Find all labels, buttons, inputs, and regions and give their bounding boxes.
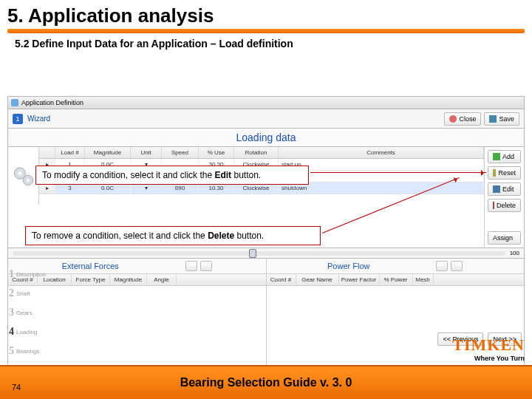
plus-icon: [493, 153, 500, 160]
wizard-step-label: Wizard: [27, 115, 50, 123]
callout-edit: To modify a condition, select it and cli…: [35, 166, 309, 185]
slider-value: 100: [510, 250, 519, 256]
app-icon: [11, 99, 18, 106]
table-header: Load #MagnitudeUnitSpeed% UseRotationCom…: [39, 147, 484, 159]
reset-button[interactable]: Reset: [488, 166, 521, 180]
power-flow-header: Coord #Gear NamePower Factor% PowerMesh: [267, 274, 525, 286]
close-icon: [449, 115, 457, 123]
slider-thumb[interactable]: [249, 249, 256, 258]
power-flow-title: Power Flow: [267, 259, 525, 274]
timken-wordmark: TIMKEN: [452, 335, 525, 355]
mini-button[interactable]: [200, 261, 212, 271]
svg-point-3: [26, 179, 29, 182]
pencil-icon: [493, 185, 500, 193]
brand-logo: TIMKEN Where You Turn: [452, 335, 525, 362]
assign-button[interactable]: Assign: [488, 231, 521, 245]
reset-icon: [493, 169, 496, 177]
footer-title: Bearing Selection Guide v. 3. 0: [180, 376, 352, 389]
save-icon: [489, 115, 497, 123]
svg-point-1: [18, 171, 21, 175]
close-label: Close: [459, 115, 476, 123]
window-title-text: Application Definition: [21, 99, 83, 106]
mini-button[interactable]: [436, 261, 448, 271]
arrow-edit: [310, 172, 486, 173]
external-forces-header: Coord #LocationForce TypeMagnitudeAngle: [8, 274, 266, 286]
callout-delete: To remove a condition, select it and cli…: [25, 226, 321, 245]
panel-title-loading: Loading data: [7, 129, 525, 147]
trash-icon: [493, 202, 494, 209]
close-button[interactable]: Close: [444, 112, 481, 126]
slider-track[interactable]: [13, 251, 505, 256]
mini-button[interactable]: [451, 261, 463, 271]
table-action-buttons: Add Reset Edit Delete Assign: [484, 147, 524, 248]
wizard-header: 1 Wizard Close Save: [7, 109, 525, 129]
wizard-step-badge: 1: [13, 114, 23, 124]
add-button[interactable]: Add: [488, 150, 521, 163]
timken-tagline: Where You Turn: [452, 355, 525, 362]
slide-title: 5. Application analysis: [0, 0, 532, 29]
save-button[interactable]: Save: [484, 112, 519, 126]
footer-bar: 74 Bearing Selection Guide v. 3. 0: [0, 365, 532, 399]
title-divider: [7, 29, 525, 33]
save-label: Save: [499, 115, 514, 123]
edit-button[interactable]: Edit: [488, 183, 521, 196]
gears-icon: [8, 147, 39, 205]
percent-slider[interactable]: 100: [7, 248, 525, 259]
delete-button[interactable]: Delete: [488, 199, 521, 212]
lower-panels: External Forces Coord #LocationForce Typ…: [7, 259, 525, 375]
slide-subheading: 5.2 Define Input Data for an Application…: [0, 36, 532, 54]
external-forces-title: External Forces: [8, 259, 266, 274]
window-titlebar: Application Definition: [7, 96, 525, 109]
external-forces-grid[interactable]: [8, 286, 266, 375]
mini-button[interactable]: [185, 261, 197, 271]
wizard-sidebar: 1Description 2Shaft 3Gears 4Loading 5Bea…: [7, 265, 46, 361]
page-number: 74: [12, 383, 21, 392]
